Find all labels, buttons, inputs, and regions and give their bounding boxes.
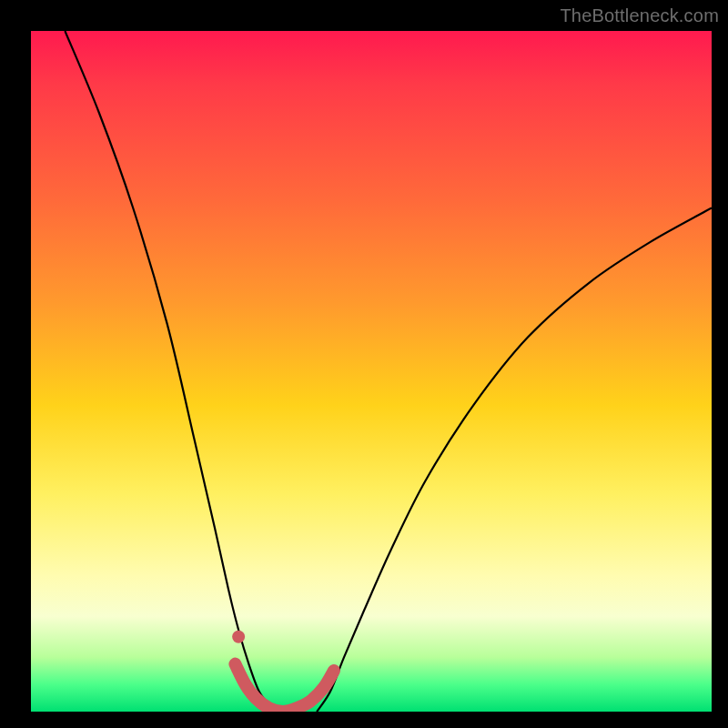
floor-highlight-path [235, 664, 333, 712]
right-curve-path [317, 207, 712, 712]
left-curve-path [65, 31, 276, 712]
curve-layer [31, 31, 712, 712]
chart-frame: TheBottleneck.com [0, 0, 728, 728]
plot-area [31, 31, 712, 712]
watermark-text: TheBottleneck.com [560, 5, 719, 26]
floor-dot-marker [232, 631, 245, 643]
